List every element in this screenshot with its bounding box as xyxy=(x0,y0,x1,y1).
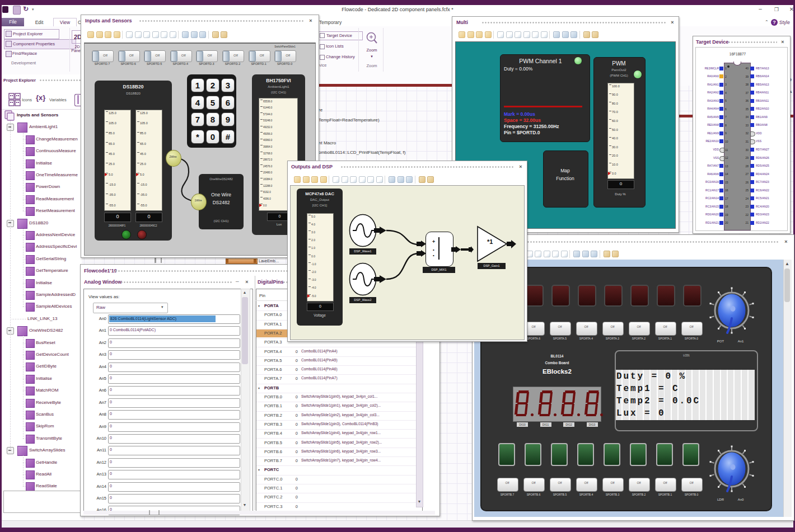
svg-text:*1: *1 xyxy=(487,238,493,245)
